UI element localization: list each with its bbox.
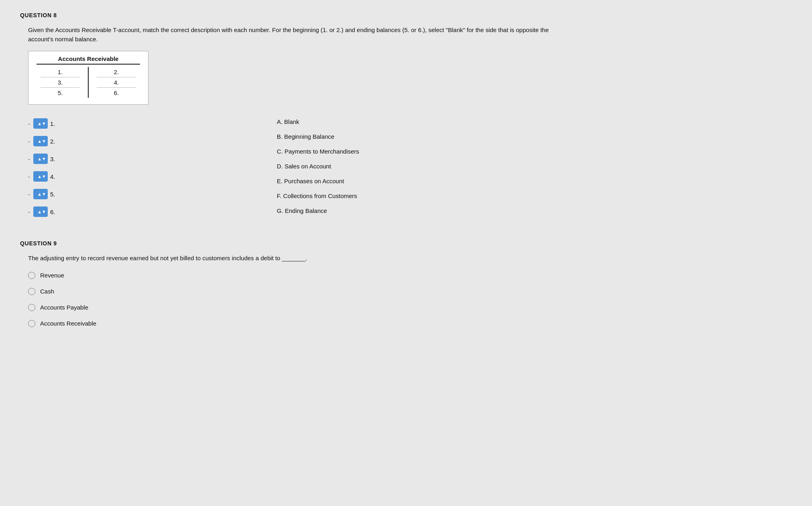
match-dash-3: - [28,156,30,162]
radio-option-accounts-payable[interactable]: Accounts Payable [28,304,792,311]
t-account-title: Accounts Receivable [37,55,140,65]
match-select-1[interactable]: ABC DEFG [33,118,48,129]
page-container: QUESTION 8 Given the Accounts Receivable… [0,0,812,355]
match-select-wrapper-2[interactable]: ABC DEFG ▲▼ [33,136,48,146]
t-account-body: 1. 3. 5. 2. 4. 6. [37,67,140,98]
t-account-row-1-right: 2. [97,67,136,77]
question-8-section: QUESTION 8 Given the Accounts Receivable… [20,12,792,224]
t-account-row-3-left: 5. [41,88,80,98]
match-select-6[interactable]: ABC DEFG [33,206,48,217]
t-account-left-col: 1. 3. 5. [37,67,89,98]
match-row-3: - ABC DEFG ▲▼ 3. [28,154,261,164]
match-select-wrapper-1[interactable]: ABC DEFG ▲▼ [33,118,48,129]
radio-circle-revenue[interactable] [28,272,35,279]
question-9-body: The adjusting entry to record revenue ea… [20,254,792,327]
match-select-4[interactable]: ABC DEFG [33,171,48,182]
match-dash-5: - [28,191,30,198]
match-row-4: - ABC DEFG ▲▼ 4. [28,171,261,182]
match-select-5[interactable]: ABC DEFG [33,189,48,199]
match-row-1: - ABC DEFG ▲▼ 1. [28,118,261,129]
t-account-right-col: 2. 4. 6. [89,67,140,98]
question-9-section: QUESTION 9 The adjusting entry to record… [20,240,792,327]
radio-circle-accounts-payable[interactable] [28,304,35,311]
matching-right: A. Blank B. Beginning Balance C. Payment… [261,118,792,224]
question-8-text: Given the Accounts Receivable T-account,… [28,26,550,44]
answer-option-A: A. Blank [277,118,792,125]
matching-left: - ABC DEFG ▲▼ 1. - [28,118,261,224]
match-number-5: 5. [50,191,55,198]
match-number-6: 6. [50,208,55,215]
match-row-2: - ABC DEFG ▲▼ 2. [28,136,261,146]
t-account-row-2-right: 4. [97,77,136,88]
match-row-6: - ABC DEFG ▲▼ 6. [28,206,261,217]
match-dash-4: - [28,173,30,180]
match-number-4: 4. [50,173,55,180]
radio-label-accounts-receivable: Accounts Receivable [40,320,96,327]
match-number-2: 2. [50,138,55,145]
match-dash-1: - [28,120,30,127]
match-dash-6: - [28,208,30,215]
radio-label-cash: Cash [40,288,54,295]
radio-label-accounts-payable: Accounts Payable [40,304,88,311]
match-select-wrapper-6[interactable]: ABC DEFG ▲▼ [33,206,48,217]
t-account-row-2-left: 3. [41,77,80,88]
radio-circle-cash[interactable] [28,288,35,295]
answer-option-B: B. Beginning Balance [277,133,792,140]
answer-option-C: C. Payments to Merchandisers [277,148,792,155]
match-select-wrapper-5[interactable]: ABC DEFG ▲▼ [33,189,48,199]
t-account-row-1-left: 1. [41,67,80,77]
radio-circle-accounts-receivable[interactable] [28,320,35,327]
match-select-wrapper-4[interactable]: ABC DEFG ▲▼ [33,171,48,182]
answer-option-F: F. Collections from Customers [277,192,792,199]
question-9-header: QUESTION 9 [20,240,792,247]
answer-option-G: G. Ending Balance [277,207,792,214]
match-select-wrapper-3[interactable]: ABC DEFG ▲▼ [33,154,48,164]
question-8-body: Given the Accounts Receivable T-account,… [20,26,792,224]
answer-option-D: D. Sales on Account [277,163,792,170]
match-select-3[interactable]: ABC DEFG [33,154,48,164]
radio-label-revenue: Revenue [40,272,64,279]
answer-option-E: E. Purchases on Account [277,178,792,184]
matching-container: - ABC DEFG ▲▼ 1. - [28,118,792,224]
t-account-table: Accounts Receivable 1. 3. 5. 2. 4. 6. [28,51,148,105]
question-8-header: QUESTION 8 [20,12,792,18]
radio-option-cash[interactable]: Cash [28,288,792,295]
question-9-text: The adjusting entry to record revenue ea… [28,254,792,263]
match-row-5: - ABC DEFG ▲▼ 5. [28,189,261,199]
radio-option-accounts-receivable[interactable]: Accounts Receivable [28,320,792,327]
match-number-1: 1. [50,120,55,127]
match-select-2[interactable]: ABC DEFG [33,136,48,146]
match-dash-2: - [28,138,30,145]
radio-option-revenue[interactable]: Revenue [28,272,792,279]
match-number-3: 3. [50,156,55,162]
t-account-row-3-right: 6. [97,88,136,98]
